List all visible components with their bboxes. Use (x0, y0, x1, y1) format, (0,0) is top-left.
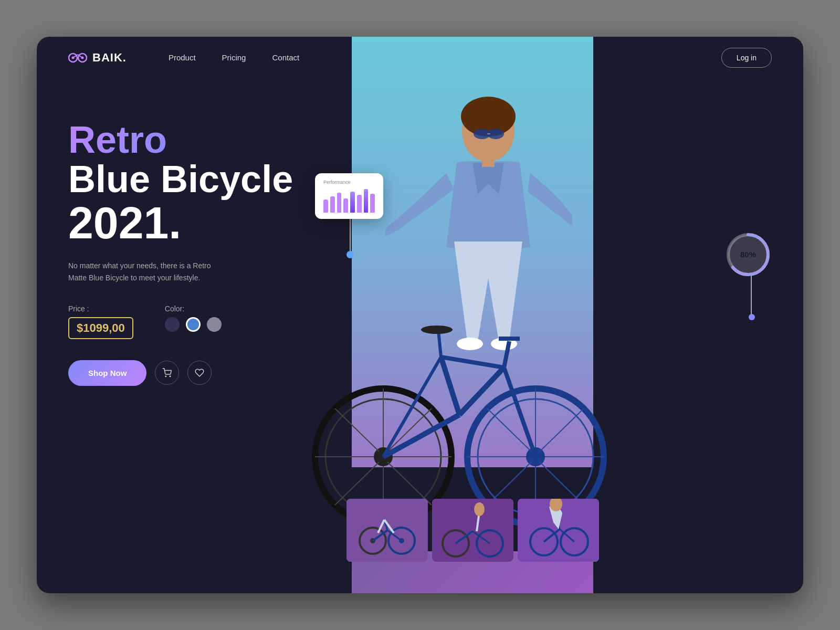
perf-bar-3 (337, 193, 342, 213)
svg-line-7 (335, 408, 379, 452)
hero-description: No matter what your needs, there is a Re… (68, 260, 226, 284)
thumbnail-3[interactable] (518, 499, 599, 562)
perf-bar-6 (357, 195, 362, 213)
perf-bar-4 (343, 198, 348, 213)
svg-line-21 (540, 408, 584, 452)
svg-line-28 (504, 341, 509, 368)
nav-item-pricing[interactable]: Pricing (222, 53, 246, 62)
nav-link-contact[interactable]: Contact (272, 53, 299, 62)
browser-frame: BAIK. Product Pricing Contact Log in Ret… (37, 37, 803, 593)
shop-now-button[interactable]: Shop Now (68, 360, 146, 386)
svg-line-24 (441, 357, 504, 368)
svg-rect-61 (432, 499, 513, 562)
thumbnail-strip (346, 499, 599, 562)
wishlist-button[interactable] (187, 361, 212, 385)
hero-title-line2: Blue Bicycle (68, 159, 341, 200)
perf-bar-2 (330, 196, 335, 213)
perf-bar-8 (370, 194, 375, 213)
color-dot-dark[interactable] (165, 317, 180, 332)
login-button[interactable]: Log in (721, 48, 772, 68)
price-label: Price : (68, 304, 133, 313)
hero-title-retro: Retro (68, 121, 341, 159)
logo[interactable]: BAIK. (68, 51, 127, 65)
perf-bar-5 (350, 192, 355, 213)
color-dot-blue[interactable] (186, 317, 201, 332)
svg-point-47 (170, 376, 171, 377)
nav-link-pricing[interactable]: Pricing (222, 53, 246, 62)
svg-line-25 (459, 368, 504, 415)
price-block: Price : $1099,00 (68, 304, 133, 339)
cart-button[interactable] (155, 361, 179, 385)
percent-connector-dot (749, 314, 755, 320)
color-dots (165, 317, 222, 332)
svg-rect-39 (482, 156, 495, 167)
thumbnail-2[interactable] (432, 499, 513, 562)
perf-bar-7 (364, 189, 369, 213)
percent-widget: 80% (724, 231, 772, 280)
price-value: $1099,00 (68, 317, 133, 339)
color-label: Color: (165, 304, 222, 313)
color-dot-gray[interactable] (207, 317, 222, 332)
dark-right-panel (593, 37, 803, 467)
logo-icon (68, 52, 87, 64)
nav-item-product[interactable]: Product (169, 53, 196, 62)
performance-connector-dot (346, 251, 354, 258)
svg-point-31 (421, 326, 453, 334)
svg-line-23 (441, 357, 459, 415)
nav-item-contact[interactable]: Contact (272, 53, 299, 62)
color-block: Color: (165, 304, 222, 332)
svg-point-46 (165, 376, 166, 377)
nav-link-product[interactable]: Product (169, 53, 196, 62)
performance-title: Performance (323, 180, 375, 185)
svg-point-67 (474, 502, 485, 516)
thumbnail-1[interactable] (346, 499, 428, 562)
hero-title-year: 2021. (68, 200, 341, 245)
performance-bars (323, 189, 375, 213)
performance-card: Performance (315, 173, 383, 219)
nav-links: Product Pricing Contact (169, 53, 299, 62)
svg-line-26 (504, 368, 536, 457)
navigation: BAIK. Product Pricing Contact Log in (37, 37, 803, 79)
percent-text: 80% (740, 250, 756, 259)
perf-bar-1 (323, 200, 328, 213)
svg-line-30 (438, 331, 441, 357)
logo-text: BAIK. (92, 51, 127, 65)
